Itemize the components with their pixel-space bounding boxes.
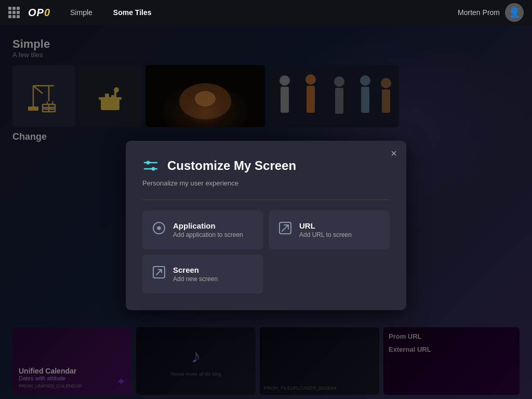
url-text: URL Add URL to screen [299, 221, 352, 238]
svg-point-34 [152, 167, 155, 171]
app-logo: OP0 [28, 7, 50, 19]
user-avatar[interactable]: 👤 [505, 3, 524, 22]
grid-menu-icon[interactable] [8, 7, 20, 18]
modal-header: Customize My Screen [142, 157, 390, 174]
url-title: URL [299, 221, 352, 230]
option-url[interactable]: URL Add URL to screen [269, 210, 390, 249]
svg-point-36 [157, 227, 161, 230]
modal-title: Customize My Screen [167, 158, 296, 173]
application-title: Application [173, 221, 243, 230]
top-navigation: OP0 Simple Some Tiles Morten Prom 👤 [0, 0, 532, 25]
main-background: Simple A few tiles [0, 25, 532, 399]
modal-close-button[interactable]: × [391, 148, 397, 158]
nav-tab-simple[interactable]: Simple [63, 6, 100, 19]
url-desc: Add URL to screen [299, 231, 352, 238]
application-desc: Add application to screen [173, 231, 243, 238]
screen-title: Screen [173, 265, 218, 274]
logo-accent: 0 [44, 7, 50, 18]
nav-tab-some-tiles[interactable]: Some Tiles [106, 6, 159, 19]
modal-options-grid: Application Add application to screen UR… [142, 210, 390, 294]
sliders-icon [142, 157, 159, 174]
option-application[interactable]: Application Add application to screen [142, 210, 263, 249]
svg-point-32 [147, 161, 150, 165]
user-name: Morten Prom [458, 8, 500, 17]
application-icon [152, 221, 166, 238]
screen-desc: Add new screen [173, 275, 218, 283]
application-text: Application Add application to screen [173, 221, 243, 238]
screen-text: Screen Add new screen [173, 265, 218, 283]
option-screen[interactable]: Screen Add new screen [142, 255, 263, 294]
logo-text: OP [28, 7, 44, 18]
topnav-right-area: Morten Prom 👤 [458, 3, 524, 22]
screen-icon [152, 265, 166, 283]
customize-screen-modal: × Customize My Screen Personalize my use… [126, 141, 406, 310]
modal-subtitle: Personalize my user experience [142, 179, 390, 187]
url-icon [278, 221, 292, 238]
modal-divider [142, 200, 390, 200]
